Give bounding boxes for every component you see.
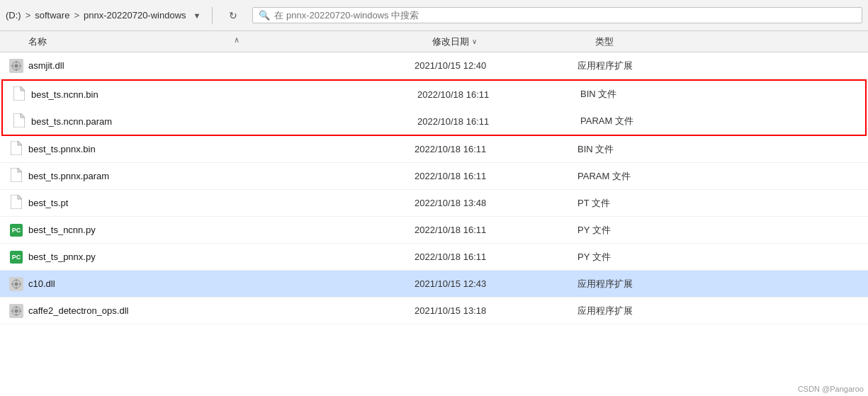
- pycharm-icon: PC: [10, 251, 23, 264]
- file-icon-cell: [9, 195, 24, 211]
- svg-rect-26: [11, 310, 13, 312]
- folder2-label: pnnx-20220720-windows: [84, 10, 186, 21]
- file-type-cell: PT 文件: [577, 197, 862, 210]
- file-type-cell: BIN 文件: [577, 143, 862, 156]
- file-icon: [13, 113, 25, 130]
- table-row[interactable]: best_ts.ncnn.param 2022/10/18 16:11 PARA…: [3, 108, 865, 135]
- search-icon: 🔍: [259, 10, 270, 21]
- svg-rect-21: [19, 283, 21, 285]
- refresh-button[interactable]: ↻: [222, 6, 244, 25]
- file-name-cell: best_ts.ncnn.bin: [31, 89, 417, 100]
- column-name-label: 名称: [28, 36, 47, 47]
- svg-point-1: [15, 64, 18, 67]
- sort-arrow-icon: ∨: [472, 38, 477, 45]
- svg-rect-2: [16, 61, 17, 63]
- table-row[interactable]: caffe2_detectron_ops.dll 2021/10/15 13:1…: [0, 298, 868, 324]
- file-type-cell: PY 文件: [577, 251, 862, 264]
- sep2: >: [72, 10, 81, 21]
- svg-marker-7: [21, 86, 25, 91]
- dll-icon: [9, 304, 23, 318]
- svg-rect-19: [16, 287, 17, 289]
- file-type-cell: 应用程序扩展: [577, 60, 862, 72]
- column-date-header[interactable]: 修改日期 ∨: [432, 35, 595, 48]
- dll-icon: [9, 277, 23, 291]
- file-type-cell: 应用程序扩展: [577, 305, 862, 317]
- file-icon-cell: [11, 113, 27, 130]
- breadcrumb-dropdown-button[interactable]: ▼: [189, 10, 205, 21]
- file-icon-cell: [11, 86, 27, 103]
- table-row[interactable]: c10.dll 2021/10/15 12:43 应用程序扩展: [0, 271, 868, 298]
- watermark: CSDN @Pangaroo: [798, 385, 864, 393]
- svg-marker-15: [18, 195, 22, 199]
- table-row[interactable]: best_ts.pt 2022/10/18 13:48 PT 文件: [0, 190, 868, 217]
- table-row[interactable]: PC best_ts_ncnn.py 2022/10/18 16:11 PY 文…: [0, 217, 868, 244]
- file-icon: [11, 168, 22, 184]
- svg-rect-25: [16, 314, 17, 316]
- file-icon: [13, 86, 25, 103]
- table-row[interactable]: best_ts.pnnx.param 2022/10/18 16:11 PARA…: [0, 163, 868, 190]
- up-arrow-icon: ∧: [234, 35, 239, 45]
- file-name-cell: caffe2_detectron_ops.dll: [28, 305, 415, 316]
- column-type-header[interactable]: 类型: [595, 35, 868, 48]
- svg-rect-20: [11, 283, 13, 285]
- breadcrumb-drive[interactable]: (D:): [6, 10, 21, 21]
- file-icon-cell: PC: [9, 224, 24, 237]
- column-name-header[interactable]: 名称: [21, 35, 432, 48]
- column-type-label: 类型: [595, 36, 614, 47]
- svg-rect-24: [16, 306, 17, 308]
- file-name-cell: asmjit.dll: [28, 60, 415, 71]
- folder1-label: software: [35, 10, 69, 21]
- svg-marker-13: [18, 168, 22, 172]
- file-name-cell: c10.dll: [28, 278, 415, 289]
- file-date-cell: 2021/10/15 12:40: [415, 60, 577, 71]
- column-date-label: 修改日期: [432, 35, 469, 48]
- search-box[interactable]: 🔍: [252, 7, 862, 23]
- file-type-cell: BIN 文件: [580, 88, 859, 101]
- file-date-cell: 2021/10/15 12:43: [415, 278, 577, 289]
- file-icon: [11, 141, 22, 157]
- file-name-cell: best_ts.pnnx.bin: [28, 144, 415, 154]
- file-name-cell: best_ts.pnnx.param: [28, 171, 415, 181]
- file-date-cell: 2022/10/18 16:11: [415, 144, 577, 154]
- sep1: >: [24, 10, 33, 21]
- red-border-group: best_ts.ncnn.bin 2022/10/18 16:11 BIN 文件…: [1, 79, 867, 136]
- drive-label: (D:): [6, 10, 21, 21]
- svg-rect-27: [19, 310, 21, 312]
- file-date-cell: 2022/10/18 16:11: [417, 116, 580, 127]
- file-list: asmjit.dll 2021/10/15 12:40 应用程序扩展 best_…: [0, 52, 868, 324]
- svg-point-23: [15, 309, 18, 312]
- search-input[interactable]: [274, 10, 856, 21]
- file-icon-cell: [9, 304, 24, 318]
- divider: [212, 7, 213, 24]
- table-row[interactable]: PC best_ts_pnnx.py 2022/10/18 16:11 PY 文…: [0, 244, 868, 271]
- address-bar: (D:) > software > pnnx-20220720-windows …: [0, 0, 868, 31]
- file-icon-cell: [9, 168, 24, 184]
- file-date-cell: 2022/10/18 16:11: [415, 251, 577, 262]
- file-type-cell: PY 文件: [577, 224, 862, 237]
- table-row[interactable]: best_ts.ncnn.bin 2022/10/18 16:11 BIN 文件: [3, 81, 865, 108]
- dll-icon: [9, 59, 23, 73]
- column-header-row: ∧ 名称 修改日期 ∨ 类型: [0, 31, 868, 52]
- file-date-cell: 2022/10/18 13:48: [415, 198, 577, 208]
- file-date-cell: 2021/10/15 13:18: [415, 305, 577, 316]
- svg-rect-4: [11, 65, 13, 67]
- svg-rect-3: [16, 69, 17, 71]
- svg-marker-9: [21, 113, 25, 118]
- file-date-cell: 2022/10/18 16:11: [417, 89, 580, 100]
- file-icon: [11, 195, 22, 211]
- file-icon-cell: PC: [9, 251, 24, 264]
- breadcrumb-software[interactable]: software: [35, 10, 69, 21]
- file-icon-cell: [9, 141, 24, 157]
- breadcrumb-current-folder[interactable]: pnnx-20220720-windows: [84, 10, 186, 21]
- file-type-cell: 应用程序扩展: [577, 278, 862, 290]
- file-type-cell: PARAM 文件: [580, 115, 859, 128]
- file-icon-cell: [9, 277, 24, 291]
- table-row[interactable]: asmjit.dll 2021/10/15 12:40 应用程序扩展: [0, 52, 868, 79]
- file-icon-cell: [9, 59, 24, 73]
- pycharm-icon: PC: [10, 224, 23, 237]
- svg-marker-11: [18, 141, 22, 145]
- svg-point-17: [15, 282, 18, 285]
- file-name-cell: best_ts_ncnn.py: [28, 225, 415, 235]
- file-date-cell: 2022/10/18 16:11: [415, 171, 577, 181]
- table-row[interactable]: best_ts.pnnx.bin 2022/10/18 16:11 BIN 文件: [0, 136, 868, 163]
